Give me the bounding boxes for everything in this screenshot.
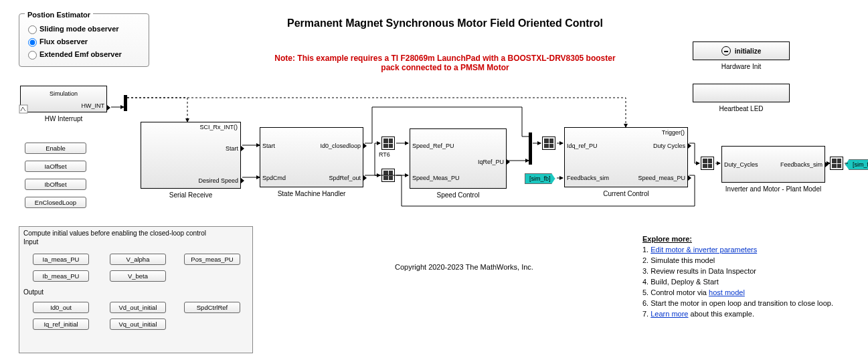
signal-wires [0, 0, 868, 364]
